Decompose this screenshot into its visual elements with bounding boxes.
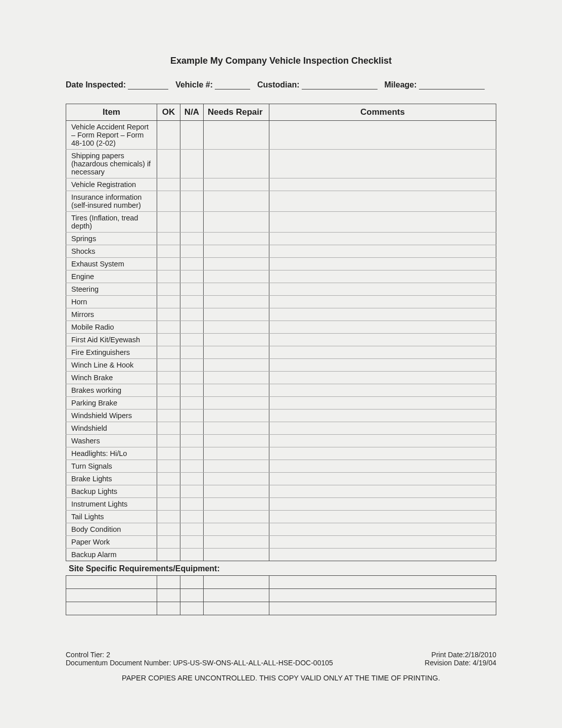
na-cell[interactable] [180, 397, 204, 410]
comments-cell[interactable] [269, 536, 496, 549]
extra-cell[interactable] [66, 602, 157, 615]
extra-cell[interactable] [269, 589, 496, 602]
na-cell[interactable] [180, 422, 204, 435]
ok-cell[interactable] [157, 384, 180, 397]
comments-cell[interactable] [269, 212, 496, 233]
ok-cell[interactable] [157, 422, 180, 435]
na-cell[interactable] [180, 233, 204, 245]
na-cell[interactable] [180, 212, 204, 233]
custodian-field[interactable] [302, 81, 378, 89]
comments-cell[interactable] [269, 150, 496, 178]
na-cell[interactable] [180, 346, 204, 359]
ok-cell[interactable] [157, 321, 180, 334]
comments-cell[interactable] [269, 372, 496, 384]
na-cell[interactable] [180, 245, 204, 258]
na-cell[interactable] [180, 121, 204, 150]
ok-cell[interactable] [157, 233, 180, 245]
repair-cell[interactable] [204, 346, 269, 359]
repair-cell[interactable] [204, 308, 269, 321]
extra-cell[interactable] [157, 589, 180, 602]
date-inspected-field[interactable] [128, 81, 168, 89]
comments-cell[interactable] [269, 397, 496, 410]
comments-cell[interactable] [269, 511, 496, 523]
comments-cell[interactable] [269, 346, 496, 359]
comments-cell[interactable] [269, 296, 496, 308]
na-cell[interactable] [180, 359, 204, 372]
comments-cell[interactable] [269, 460, 496, 473]
ok-cell[interactable] [157, 447, 180, 460]
na-cell[interactable] [180, 270, 204, 283]
na-cell[interactable] [180, 523, 204, 536]
repair-cell[interactable] [204, 321, 269, 334]
na-cell[interactable] [180, 410, 204, 422]
extra-cell[interactable] [180, 589, 204, 602]
repair-cell[interactable] [204, 178, 269, 191]
repair-cell[interactable] [204, 233, 269, 245]
extra-cell[interactable] [204, 589, 269, 602]
repair-cell[interactable] [204, 397, 269, 410]
comments-cell[interactable] [269, 447, 496, 460]
ok-cell[interactable] [157, 245, 180, 258]
extra-cell[interactable] [180, 602, 204, 615]
comments-cell[interactable] [269, 258, 496, 270]
ok-cell[interactable] [157, 212, 180, 233]
comments-cell[interactable] [269, 523, 496, 536]
na-cell[interactable] [180, 178, 204, 191]
ok-cell[interactable] [157, 270, 180, 283]
ok-cell[interactable] [157, 258, 180, 270]
comments-cell[interactable] [269, 359, 496, 372]
repair-cell[interactable] [204, 511, 269, 523]
comments-cell[interactable] [269, 245, 496, 258]
na-cell[interactable] [180, 308, 204, 321]
ok-cell[interactable] [157, 523, 180, 536]
na-cell[interactable] [180, 435, 204, 447]
ok-cell[interactable] [157, 372, 180, 384]
ok-cell[interactable] [157, 549, 180, 561]
vehicle-number-field[interactable] [215, 81, 250, 89]
repair-cell[interactable] [204, 150, 269, 178]
comments-cell[interactable] [269, 410, 496, 422]
comments-cell[interactable] [269, 485, 496, 498]
repair-cell[interactable] [204, 485, 269, 498]
repair-cell[interactable] [204, 536, 269, 549]
repair-cell[interactable] [204, 473, 269, 485]
ok-cell[interactable] [157, 473, 180, 485]
extra-cell[interactable] [204, 576, 269, 589]
repair-cell[interactable] [204, 245, 269, 258]
comments-cell[interactable] [269, 321, 496, 334]
extra-cell[interactable] [66, 589, 157, 602]
na-cell[interactable] [180, 460, 204, 473]
ok-cell[interactable] [157, 397, 180, 410]
repair-cell[interactable] [204, 121, 269, 150]
na-cell[interactable] [180, 498, 204, 511]
comments-cell[interactable] [269, 191, 496, 212]
repair-cell[interactable] [204, 523, 269, 536]
ok-cell[interactable] [157, 296, 180, 308]
comments-cell[interactable] [269, 549, 496, 561]
repair-cell[interactable] [204, 359, 269, 372]
ok-cell[interactable] [157, 308, 180, 321]
repair-cell[interactable] [204, 384, 269, 397]
na-cell[interactable] [180, 321, 204, 334]
ok-cell[interactable] [157, 346, 180, 359]
repair-cell[interactable] [204, 410, 269, 422]
ok-cell[interactable] [157, 283, 180, 296]
na-cell[interactable] [180, 511, 204, 523]
na-cell[interactable] [180, 258, 204, 270]
repair-cell[interactable] [204, 296, 269, 308]
comments-cell[interactable] [269, 435, 496, 447]
extra-cell[interactable] [269, 602, 496, 615]
ok-cell[interactable] [157, 121, 180, 150]
ok-cell[interactable] [157, 460, 180, 473]
comments-cell[interactable] [269, 121, 496, 150]
na-cell[interactable] [180, 283, 204, 296]
repair-cell[interactable] [204, 258, 269, 270]
extra-cell[interactable] [204, 602, 269, 615]
ok-cell[interactable] [157, 410, 180, 422]
extra-cell[interactable] [157, 602, 180, 615]
repair-cell[interactable] [204, 191, 269, 212]
extra-cell[interactable] [66, 576, 157, 589]
repair-cell[interactable] [204, 435, 269, 447]
ok-cell[interactable] [157, 536, 180, 549]
comments-cell[interactable] [269, 233, 496, 245]
